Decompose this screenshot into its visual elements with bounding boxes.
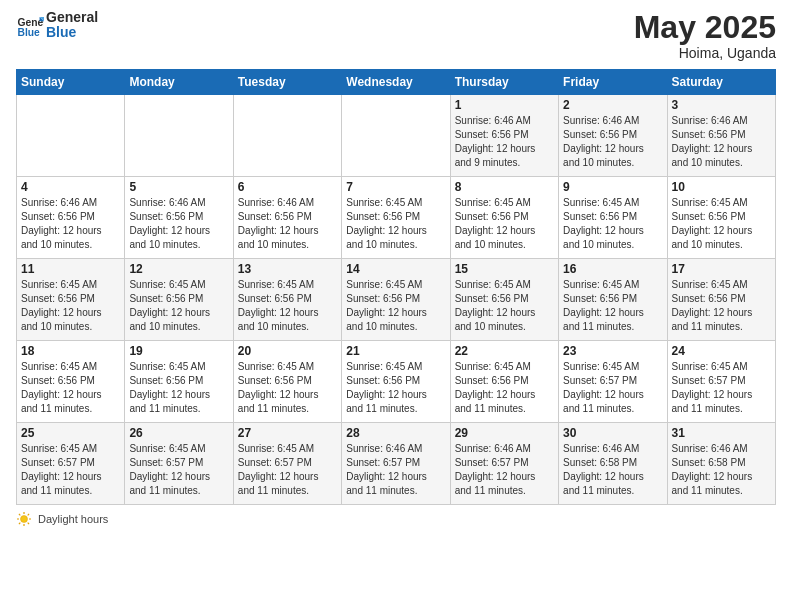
calendar-cell: 1Sunrise: 6:46 AM Sunset: 6:56 PM Daylig… [450,95,558,177]
calendar-cell [125,95,233,177]
calendar-cell: 18Sunrise: 6:45 AM Sunset: 6:56 PM Dayli… [17,341,125,423]
day-info: Sunrise: 6:45 AM Sunset: 6:56 PM Dayligh… [563,278,662,334]
svg-line-10 [28,523,29,524]
day-info: Sunrise: 6:46 AM Sunset: 6:56 PM Dayligh… [129,196,228,252]
calendar-cell: 19Sunrise: 6:45 AM Sunset: 6:56 PM Dayli… [125,341,233,423]
day-info: Sunrise: 6:45 AM Sunset: 6:56 PM Dayligh… [346,278,445,334]
day-number: 25 [21,426,120,440]
day-number: 28 [346,426,445,440]
day-number: 7 [346,180,445,194]
day-info: Sunrise: 6:46 AM Sunset: 6:57 PM Dayligh… [455,442,554,498]
calendar-cell: 30Sunrise: 6:46 AM Sunset: 6:58 PM Dayli… [559,423,667,505]
svg-line-12 [19,523,20,524]
weekday-saturday: Saturday [667,70,775,95]
calendar-cell: 12Sunrise: 6:45 AM Sunset: 6:56 PM Dayli… [125,259,233,341]
svg-line-9 [19,514,20,515]
day-number: 6 [238,180,337,194]
title-block: May 2025 Hoima, Uganda [634,10,776,61]
week-row-2: 4Sunrise: 6:46 AM Sunset: 6:56 PM Daylig… [17,177,776,259]
day-info: Sunrise: 6:46 AM Sunset: 6:57 PM Dayligh… [346,442,445,498]
day-info: Sunrise: 6:46 AM Sunset: 6:56 PM Dayligh… [238,196,337,252]
day-number: 21 [346,344,445,358]
logo-blue: Blue [46,25,98,40]
day-number: 26 [129,426,228,440]
calendar-cell: 17Sunrise: 6:45 AM Sunset: 6:56 PM Dayli… [667,259,775,341]
day-number: 30 [563,426,662,440]
calendar-cell [233,95,341,177]
weekday-thursday: Thursday [450,70,558,95]
day-number: 14 [346,262,445,276]
calendar-cell: 20Sunrise: 6:45 AM Sunset: 6:56 PM Dayli… [233,341,341,423]
day-info: Sunrise: 6:45 AM Sunset: 6:56 PM Dayligh… [346,360,445,416]
calendar-cell: 9Sunrise: 6:45 AM Sunset: 6:56 PM Daylig… [559,177,667,259]
sun-icon [16,511,32,527]
day-info: Sunrise: 6:45 AM Sunset: 6:56 PM Dayligh… [21,278,120,334]
weekday-wednesday: Wednesday [342,70,450,95]
day-number: 1 [455,98,554,112]
day-info: Sunrise: 6:45 AM Sunset: 6:57 PM Dayligh… [129,442,228,498]
day-number: 23 [563,344,662,358]
calendar-cell: 5Sunrise: 6:46 AM Sunset: 6:56 PM Daylig… [125,177,233,259]
day-info: Sunrise: 6:45 AM Sunset: 6:57 PM Dayligh… [238,442,337,498]
calendar-cell: 23Sunrise: 6:45 AM Sunset: 6:57 PM Dayli… [559,341,667,423]
day-info: Sunrise: 6:46 AM Sunset: 6:56 PM Dayligh… [563,114,662,170]
svg-text:Blue: Blue [17,27,40,38]
calendar-cell: 6Sunrise: 6:46 AM Sunset: 6:56 PM Daylig… [233,177,341,259]
week-row-5: 25Sunrise: 6:45 AM Sunset: 6:57 PM Dayli… [17,423,776,505]
svg-point-4 [21,516,28,523]
week-row-1: 1Sunrise: 6:46 AM Sunset: 6:56 PM Daylig… [17,95,776,177]
day-number: 2 [563,98,662,112]
day-number: 24 [672,344,771,358]
calendar-table: SundayMondayTuesdayWednesdayThursdayFrid… [16,69,776,505]
day-number: 5 [129,180,228,194]
day-info: Sunrise: 6:45 AM Sunset: 6:56 PM Dayligh… [672,196,771,252]
week-row-3: 11Sunrise: 6:45 AM Sunset: 6:56 PM Dayli… [17,259,776,341]
day-number: 22 [455,344,554,358]
day-number: 4 [21,180,120,194]
calendar-cell: 27Sunrise: 6:45 AM Sunset: 6:57 PM Dayli… [233,423,341,505]
day-number: 11 [21,262,120,276]
week-row-4: 18Sunrise: 6:45 AM Sunset: 6:56 PM Dayli… [17,341,776,423]
day-info: Sunrise: 6:46 AM Sunset: 6:56 PM Dayligh… [21,196,120,252]
calendar-cell: 11Sunrise: 6:45 AM Sunset: 6:56 PM Dayli… [17,259,125,341]
calendar-cell: 4Sunrise: 6:46 AM Sunset: 6:56 PM Daylig… [17,177,125,259]
svg-line-11 [28,514,29,515]
calendar-cell [17,95,125,177]
location: Hoima, Uganda [634,45,776,61]
day-info: Sunrise: 6:45 AM Sunset: 6:57 PM Dayligh… [563,360,662,416]
calendar-cell: 14Sunrise: 6:45 AM Sunset: 6:56 PM Dayli… [342,259,450,341]
day-number: 20 [238,344,337,358]
day-info: Sunrise: 6:45 AM Sunset: 6:56 PM Dayligh… [455,360,554,416]
calendar-cell: 13Sunrise: 6:45 AM Sunset: 6:56 PM Dayli… [233,259,341,341]
weekday-friday: Friday [559,70,667,95]
calendar-cell [342,95,450,177]
day-number: 29 [455,426,554,440]
day-number: 3 [672,98,771,112]
day-info: Sunrise: 6:45 AM Sunset: 6:56 PM Dayligh… [129,360,228,416]
day-info: Sunrise: 6:45 AM Sunset: 6:57 PM Dayligh… [21,442,120,498]
footer: Daylight hours [16,511,776,527]
day-number: 31 [672,426,771,440]
calendar-cell: 21Sunrise: 6:45 AM Sunset: 6:56 PM Dayli… [342,341,450,423]
logo-general: General [46,10,98,25]
day-info: Sunrise: 6:45 AM Sunset: 6:56 PM Dayligh… [129,278,228,334]
day-number: 10 [672,180,771,194]
logo-icon: General Blue [16,11,44,39]
day-number: 27 [238,426,337,440]
calendar-cell: 24Sunrise: 6:45 AM Sunset: 6:57 PM Dayli… [667,341,775,423]
day-info: Sunrise: 6:46 AM Sunset: 6:56 PM Dayligh… [455,114,554,170]
calendar-cell: 29Sunrise: 6:46 AM Sunset: 6:57 PM Dayli… [450,423,558,505]
page: General Blue General Blue May 2025 Hoima… [0,0,792,612]
calendar-cell: 15Sunrise: 6:45 AM Sunset: 6:56 PM Dayli… [450,259,558,341]
day-info: Sunrise: 6:46 AM Sunset: 6:58 PM Dayligh… [672,442,771,498]
calendar-cell: 10Sunrise: 6:45 AM Sunset: 6:56 PM Dayli… [667,177,775,259]
day-number: 8 [455,180,554,194]
calendar-cell: 16Sunrise: 6:45 AM Sunset: 6:56 PM Dayli… [559,259,667,341]
day-info: Sunrise: 6:45 AM Sunset: 6:56 PM Dayligh… [346,196,445,252]
calendar-cell: 8Sunrise: 6:45 AM Sunset: 6:56 PM Daylig… [450,177,558,259]
day-number: 12 [129,262,228,276]
weekday-header-row: SundayMondayTuesdayWednesdayThursdayFrid… [17,70,776,95]
day-info: Sunrise: 6:45 AM Sunset: 6:56 PM Dayligh… [455,196,554,252]
calendar-cell: 22Sunrise: 6:45 AM Sunset: 6:56 PM Dayli… [450,341,558,423]
day-number: 16 [563,262,662,276]
